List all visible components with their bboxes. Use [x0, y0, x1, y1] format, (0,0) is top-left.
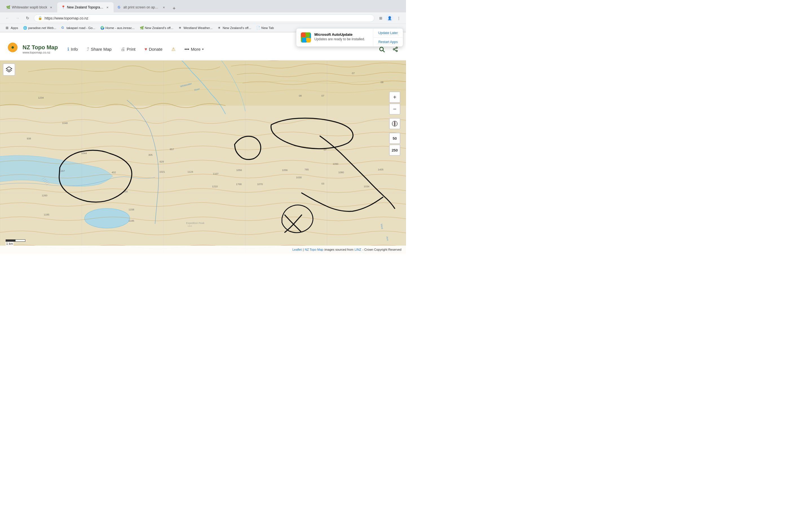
- scale-50-button[interactable]: 50: [389, 133, 400, 144]
- update-later-button[interactable]: Update Later: [373, 29, 403, 38]
- leaflet-link[interactable]: Leaflet: [292, 248, 302, 251]
- bookmark-newtab-label: New Tab: [261, 26, 274, 30]
- home-icon: 🌍: [100, 26, 104, 30]
- tab-favicon-3: G: [117, 5, 121, 9]
- svg-text:1107: 1107: [213, 172, 218, 175]
- svg-text:1124: 1124: [188, 170, 193, 173]
- svg-text:402: 402: [112, 171, 116, 174]
- svg-text:1070: 1070: [257, 183, 263, 186]
- more-nav-item[interactable]: ••• More ▾: [181, 45, 207, 54]
- warning-nav-item[interactable]: ⚠: [167, 44, 179, 54]
- scale-250-button[interactable]: 250: [389, 145, 400, 156]
- svg-text:629: 629: [160, 160, 164, 163]
- share-map-nav-item[interactable]: ⤴ Share Map: [83, 45, 115, 54]
- map-controls: + − 50 250: [389, 92, 400, 156]
- weather-icon: ☀: [179, 26, 183, 30]
- newtab-icon: 📄: [256, 26, 260, 30]
- svg-line-4: [383, 50, 385, 52]
- linz-link[interactable]: LINZ: [354, 248, 361, 251]
- tab-close-1[interactable]: ✕: [49, 5, 53, 10]
- tab-close-2[interactable]: ✕: [105, 5, 110, 10]
- svg-text:1234: 1234: [38, 96, 44, 99]
- info-nav-item[interactable]: ℹ Info: [63, 44, 82, 54]
- menu-button[interactable]: ⋮: [395, 14, 403, 22]
- svg-point-12: [85, 209, 130, 228]
- tab-google[interactable]: G alt print screen on apple ke... ✕: [114, 2, 170, 12]
- svg-text:1158: 1158: [129, 208, 134, 211]
- svg-point-5: [396, 47, 398, 48]
- logo-svg: [6, 42, 20, 56]
- topo-map-svg: 1234 1048 938 1044 1167 1260 1185 402 65…: [0, 61, 406, 253]
- notification-title: Microsoft AutoUpdate: [314, 33, 368, 37]
- main-area: NZ Topo Map www.topomap.co.nz ℹ Info ⤴ S…: [0, 38, 406, 253]
- svg-point-3: [380, 47, 384, 51]
- svg-text:1056: 1056: [236, 169, 242, 172]
- profile-button[interactable]: 👤: [386, 14, 394, 22]
- print-icon: 🖨: [121, 47, 125, 52]
- notification-actions: Update Later Restart Apps: [373, 29, 403, 47]
- more-chevron-icon: ▾: [202, 48, 204, 51]
- svg-line-8: [395, 50, 396, 50]
- svg-text:1080: 1080: [338, 171, 344, 174]
- logo-subtitle: www.topomap.co.nz: [22, 51, 58, 54]
- svg-text:1090: 1090: [333, 163, 338, 165]
- bookmark-home-label: Home - aus.inreac...: [105, 26, 135, 30]
- reload-button[interactable]: ↻: [24, 14, 32, 22]
- tab-topomap[interactable]: 📍 New Zealand Topographic Map... ✕: [57, 2, 114, 12]
- compass-button[interactable]: [389, 118, 400, 129]
- bookmark-nzoff1[interactable]: 🌿 New Zealand's off...: [138, 25, 175, 31]
- scale-label: 1 km: [6, 242, 13, 245]
- bookmark-takapari[interactable]: G takapari road - Go...: [59, 25, 98, 31]
- forward-button[interactable]: →: [13, 14, 21, 22]
- restart-apps-button[interactable]: Restart Apps: [373, 38, 403, 47]
- new-tab-button[interactable]: +: [170, 4, 178, 12]
- info-label: Info: [71, 47, 78, 52]
- donate-nav-item[interactable]: ♥ Donate: [140, 45, 166, 54]
- logo[interactable]: NZ Topo Map www.topomap.co.nz: [6, 42, 58, 56]
- tab-favicon-1: 🌿: [6, 5, 10, 9]
- back-button[interactable]: ←: [3, 14, 11, 22]
- print-nav-item[interactable]: 🖨 Print: [117, 45, 140, 54]
- notification-subtitle: Updates are ready to be installed.: [314, 37, 368, 41]
- more-label: More: [191, 47, 200, 52]
- bookmark-nzoff2[interactable]: ☀ New Zealand's off...: [215, 25, 253, 31]
- tab-whitewater[interactable]: 🌿 Whitewater wapiti block ✕: [2, 2, 57, 12]
- nz-icon-1: 🌿: [140, 26, 144, 30]
- url-bar[interactable]: 🔒 https://www.topomap.co.nz: [34, 14, 374, 22]
- svg-point-7: [396, 50, 398, 52]
- bookmark-apps[interactable]: ⊞ Apps: [3, 25, 20, 31]
- map-footer: Leaflet | NZ Topo Map images sourced fro…: [0, 245, 406, 253]
- zoom-out-button[interactable]: −: [389, 103, 400, 115]
- extensions-button[interactable]: ⊞: [377, 14, 385, 22]
- svg-point-2: [11, 46, 14, 48]
- zoom-in-button[interactable]: +: [389, 92, 400, 103]
- svg-text:1048: 1048: [62, 122, 68, 124]
- svg-text:1021: 1021: [159, 170, 165, 173]
- bookmark-weather[interactable]: ☀ Westland Weather...: [176, 25, 215, 31]
- bookmark-home[interactable]: 🌍 Home - aus.inreac...: [98, 25, 137, 31]
- share-map-label: Share Map: [91, 47, 111, 52]
- bookmark-takapari-label: takapari road - Go...: [66, 26, 95, 30]
- layers-button[interactable]: [3, 63, 15, 76]
- donate-label: Donate: [149, 47, 162, 52]
- nz-topo-link[interactable]: NZ Topo Map: [305, 248, 323, 251]
- footer-images-text: images sourced from: [324, 248, 354, 251]
- footer-copyright: - Crown Copyright Reserved: [362, 248, 402, 251]
- svg-text:07: 07: [321, 94, 324, 97]
- nz-icon-2: ☀: [218, 26, 221, 30]
- paradise-icon: 🌐: [23, 26, 27, 30]
- svg-text:1030: 1030: [296, 176, 302, 179]
- bookmark-paradise[interactable]: 🌐 paradise.net Web...: [21, 25, 59, 31]
- tab-title-2: New Zealand Topographic Map...: [67, 5, 103, 9]
- bookmark-newtab[interactable]: 📄 New Tab: [254, 25, 276, 31]
- scale-bar: 1 km: [6, 239, 26, 245]
- map-container[interactable]: 1234 1048 938 1044 1167 1260 1185 402 65…: [0, 61, 406, 253]
- svg-text:857: 857: [170, 148, 174, 151]
- tab-close-3[interactable]: ✕: [161, 5, 166, 10]
- apps-icon: ⊞: [6, 26, 10, 30]
- lock-icon: 🔒: [38, 16, 42, 20]
- bookmark-nzoff1-label: New Zealand's off...: [145, 26, 173, 30]
- svg-text:1185: 1185: [129, 219, 134, 222]
- svg-text:938: 938: [27, 137, 31, 140]
- svg-text:1056: 1056: [282, 169, 288, 172]
